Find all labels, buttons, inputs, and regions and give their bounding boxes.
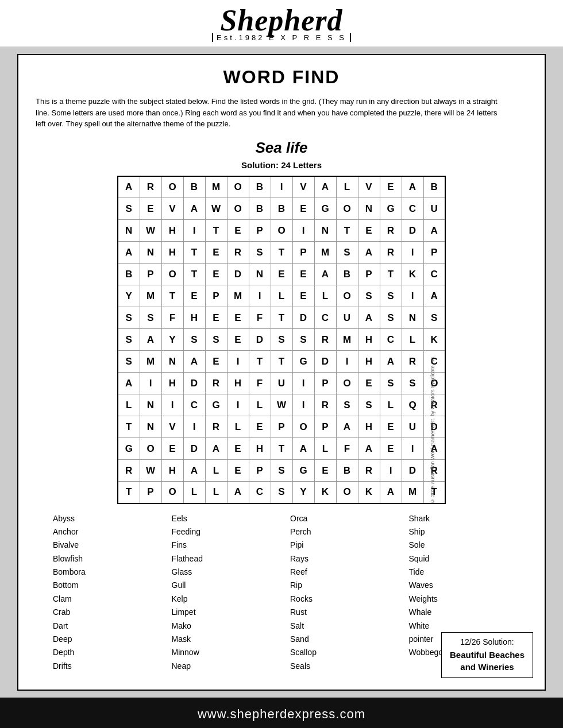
grid-cell: S: [140, 307, 161, 329]
grid-cell: H: [249, 438, 271, 460]
grid-cell: E: [227, 438, 249, 460]
grid-cell: M: [402, 482, 423, 504]
word-item: Drifts: [53, 660, 172, 672]
grid-cell: A: [183, 198, 205, 220]
word-item: Weights: [409, 593, 528, 605]
grid-cell: I: [183, 416, 205, 438]
grid-cell: H: [161, 242, 183, 264]
word-item: Gull: [172, 579, 291, 591]
grid-cell: A: [227, 482, 249, 504]
grid-cell: G: [292, 351, 314, 373]
grid-cell: F: [161, 307, 183, 329]
grid-cell: E: [183, 285, 205, 307]
word-item: Ship: [409, 525, 528, 538]
grid-cell: E: [205, 307, 227, 329]
puzzle-container: WORD FIND This is a theme puzzle with th…: [17, 54, 546, 691]
grid-cell: E: [205, 351, 227, 373]
grid-cell: B: [183, 176, 205, 198]
grid-cell: H: [358, 351, 380, 373]
grid-cell: Y: [118, 285, 140, 307]
grid-cell: A: [292, 438, 314, 460]
grid-cell: E: [380, 176, 402, 198]
grid-cell: A: [183, 460, 205, 482]
grid-cell: E: [358, 373, 380, 394]
wordfind-grid: AROBMOBIVALVEABSEVAWOBBEGONGCUNWHITEPOIN…: [117, 176, 446, 504]
word-item: Mask: [172, 633, 291, 645]
word-item: Glass: [172, 566, 291, 578]
grid-cell: D: [227, 264, 249, 285]
grid-cell: C: [402, 198, 423, 220]
grid-cell: N: [118, 220, 140, 242]
grid-cell: E: [205, 242, 227, 264]
grid-cell: H: [358, 329, 380, 351]
grid-cell: N: [161, 351, 183, 373]
grid-cell: U: [271, 373, 292, 394]
logo-area: Shepherd Est.1982 E X P R E S S: [212, 6, 351, 42]
grid-cell: A: [118, 176, 140, 198]
grid-cell: R: [118, 460, 140, 482]
grid-cell: S: [118, 307, 140, 329]
grid-cell: S: [336, 394, 358, 416]
grid-cell: N: [358, 198, 380, 220]
grid-cell: Q: [402, 394, 423, 416]
grid-cell: O: [227, 198, 249, 220]
grid-cell: O: [336, 198, 358, 220]
word-item: Limpet: [172, 606, 291, 618]
grid-cell: N: [140, 242, 161, 264]
grid-cell: T: [380, 264, 402, 285]
word-item: Scallop: [290, 646, 409, 659]
grid-cell: M: [314, 242, 336, 264]
word-item: Deep: [53, 633, 172, 645]
grid-cell: R: [227, 242, 249, 264]
word-item: Depth: [53, 646, 172, 659]
grid-cell: I: [402, 242, 423, 264]
grid-cell: O: [227, 176, 249, 198]
grid-cell: E: [380, 416, 402, 438]
grid-cell: A: [140, 329, 161, 351]
grid-cell: E: [227, 307, 249, 329]
grid-cell: S: [358, 394, 380, 416]
grid-cell: H: [183, 307, 205, 329]
grid-cell: E: [271, 264, 292, 285]
grid-cell: S: [183, 329, 205, 351]
grid-cell: E: [292, 285, 314, 307]
word-item: Sole: [409, 539, 528, 551]
word-item: White: [409, 619, 528, 632]
grid-cell: G: [118, 438, 140, 460]
grid-cell: D: [183, 373, 205, 394]
grid-cell: I: [183, 220, 205, 242]
word-item: Blowfish: [53, 552, 172, 565]
grid-cell: T: [118, 416, 140, 438]
grid-cell: B: [249, 176, 271, 198]
grid-cell: C: [314, 307, 336, 329]
grid-cell: U: [336, 307, 358, 329]
grid-cell: E: [227, 220, 249, 242]
grid-cell: W: [140, 460, 161, 482]
word-item: Tide: [409, 566, 528, 578]
word-item: Rocks: [290, 593, 409, 605]
word-item: Fins: [172, 539, 291, 551]
grid-cell: A: [314, 176, 336, 198]
word-item: Bivalve: [53, 539, 172, 551]
grid-cell: H: [161, 220, 183, 242]
instructions: This is a theme puzzle with the subject …: [36, 96, 507, 130]
grid-cell: S: [380, 373, 402, 394]
grid-cell: L: [183, 482, 205, 504]
grid-cell: G: [292, 460, 314, 482]
grid-cell: I: [402, 438, 423, 460]
grid-cell: A: [402, 176, 423, 198]
word-item: Feeding: [172, 525, 291, 538]
grid-cell: O: [161, 482, 183, 504]
word-item: Mako: [172, 619, 291, 632]
grid-cell: A: [358, 307, 380, 329]
word-item: Shark: [409, 512, 528, 525]
grid-cell: N: [140, 394, 161, 416]
logo-est: Est.1982 E X P R E S S: [212, 33, 351, 42]
word-item: Rust: [290, 606, 409, 618]
grid-cell: M: [227, 285, 249, 307]
grid-cell: I: [380, 460, 402, 482]
grid-cell: H: [161, 460, 183, 482]
footer-url: www.shepherdexpress.com: [0, 707, 563, 722]
grid-cell: L: [271, 285, 292, 307]
grid-cell: V: [358, 176, 380, 198]
